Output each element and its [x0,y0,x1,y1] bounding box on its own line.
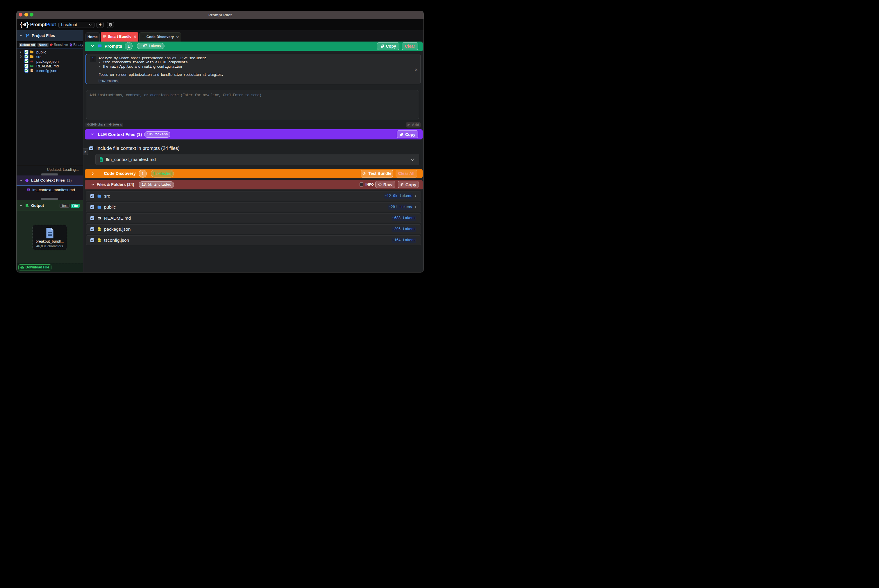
svg-text:npm: npm [31,61,33,62]
svg-text:</>: </> [98,240,101,242]
svg-text:</>: </> [30,70,33,72]
svg-text:M: M [31,65,32,67]
svg-text:M: M [98,218,99,219]
svg-text:</>: </> [98,229,101,231]
